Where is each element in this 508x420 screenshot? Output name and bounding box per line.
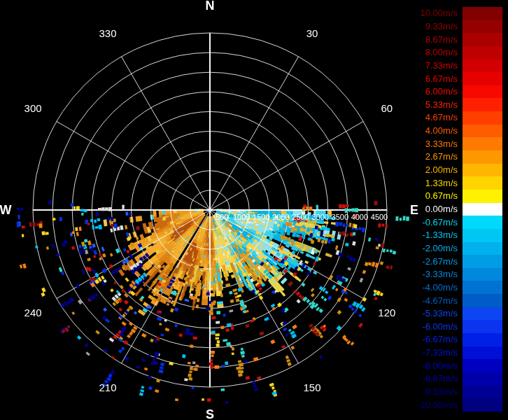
compass-label-N: N	[206, 0, 215, 13]
colorbar-band	[463, 85, 502, 99]
range-tick-label: 4500	[371, 213, 388, 221]
colorbar-band	[463, 307, 502, 321]
colorbar-band	[463, 164, 502, 177]
colorbar-band	[463, 255, 502, 268]
colorbar-band	[463, 372, 502, 386]
colorbar-label: 2.67m/s	[425, 152, 458, 162]
colorbar-label: 6.67m/s	[425, 74, 458, 84]
colorbar-band	[463, 229, 502, 242]
colorbar-band	[463, 359, 502, 372]
colorbar-label: -8.67m/s	[422, 374, 458, 384]
colorbar-band	[463, 386, 502, 399]
compass-label-330: 330	[99, 27, 116, 39]
colorbar-label: 5.33m/s	[425, 100, 458, 110]
colorbar-label: -6.67m/s	[422, 335, 458, 344]
colorbar-label: 8.00m/s	[425, 48, 458, 57]
compass-label-S: S	[206, 407, 214, 420]
colorbar-label: 1.33m/s	[425, 178, 458, 188]
colorbar-band	[463, 190, 502, 203]
range-tick-label: 1500	[253, 213, 269, 221]
colorbar-band	[463, 33, 502, 46]
colorbar-label: 4.00m/s	[425, 126, 458, 136]
colorbar-label: 10.00m/s	[421, 8, 458, 18]
colorbar-band	[463, 98, 502, 111]
colorbar-label: 0.00m/s	[425, 204, 458, 214]
colorbar-label: -5.33m/s	[422, 309, 458, 318]
colorbar-band	[463, 346, 502, 360]
colorbar-label: -7.33m/s	[422, 348, 458, 358]
colorbar-band	[463, 176, 502, 190]
compass-label-30: 30	[306, 27, 318, 39]
colorbar-band	[463, 281, 502, 294]
range-tick-label: 1000	[233, 213, 250, 221]
range-tick-label: 2000	[272, 213, 289, 221]
colorbar-label: 2.00m/s	[425, 165, 458, 175]
colorbar-label: -1.33m/s	[422, 230, 458, 240]
colorbar-band	[463, 137, 502, 150]
colorbar-label: 6.00m/s	[425, 87, 458, 97]
compass-label-150: 150	[303, 381, 320, 393]
colorbar-band	[463, 333, 502, 346]
range-tick-label: 500	[216, 213, 228, 221]
colorbar-band	[463, 20, 502, 34]
colorbar-label: -10.00m/s	[417, 400, 458, 410]
colorbar-band	[463, 320, 502, 333]
colorbar-band	[463, 46, 502, 59]
compass-label-W: W	[0, 203, 12, 218]
colorbar-band	[463, 7, 502, 20]
colorbar-band	[463, 294, 502, 307]
colorbar-label: -6.00m/s	[422, 322, 458, 332]
colorbar-band	[463, 268, 502, 281]
colorbar-label: -3.33m/s	[422, 270, 458, 279]
radar-display: N3060E120150S210240W300330 5001000150020…	[0, 0, 508, 420]
range-tick-label: 2500	[292, 213, 309, 221]
compass-label-300: 300	[24, 102, 42, 114]
colorbar-band	[463, 150, 502, 164]
velocity-colorbar-labels: 10.00m/s9.33m/s8.67m/s8.00m/s7.33m/s6.67…	[417, 7, 459, 412]
colorbar-band	[463, 59, 502, 73]
colorbar-label: 9.33m/s	[425, 22, 458, 31]
range-tick-label: 3000	[311, 213, 328, 221]
colorbar-label: -2.67m/s	[422, 257, 458, 267]
colorbar-label: -2.00m/s	[422, 244, 458, 253]
colorbar-band	[463, 72, 502, 85]
colorbar-label: 3.33m/s	[425, 139, 458, 149]
compass-label-240: 240	[24, 307, 42, 318]
colorbar-band	[463, 111, 502, 125]
colorbar-band	[463, 125, 502, 138]
colorbar-band	[463, 203, 502, 216]
colorbar-label: 4.67m/s	[425, 113, 458, 122]
compass-label-210: 210	[99, 381, 116, 393]
colorbar-band	[463, 398, 502, 412]
compass-label-60: 60	[381, 102, 393, 114]
colorbar-band	[463, 242, 502, 255]
colorbar-label: -4.00m/s	[422, 283, 458, 293]
colorbar-label: -4.67m/s	[422, 296, 458, 306]
colorbar-label: -8.00m/s	[422, 361, 458, 371]
colorbar-label: -9.33m/s	[422, 387, 458, 397]
range-tick-label: 3500	[332, 213, 348, 221]
colorbar-label: 7.33m/s	[425, 61, 458, 71]
range-tick-label: 4000	[351, 213, 368, 221]
colorbar-band	[463, 216, 502, 229]
colorbar-label: 8.67m/s	[425, 35, 458, 45]
compass-label-120: 120	[378, 307, 395, 318]
colorbar-label: 0.67m/s	[425, 191, 458, 201]
colorbar-label: -0.67m/s	[422, 218, 458, 227]
velocity-colorbar	[463, 7, 502, 412]
